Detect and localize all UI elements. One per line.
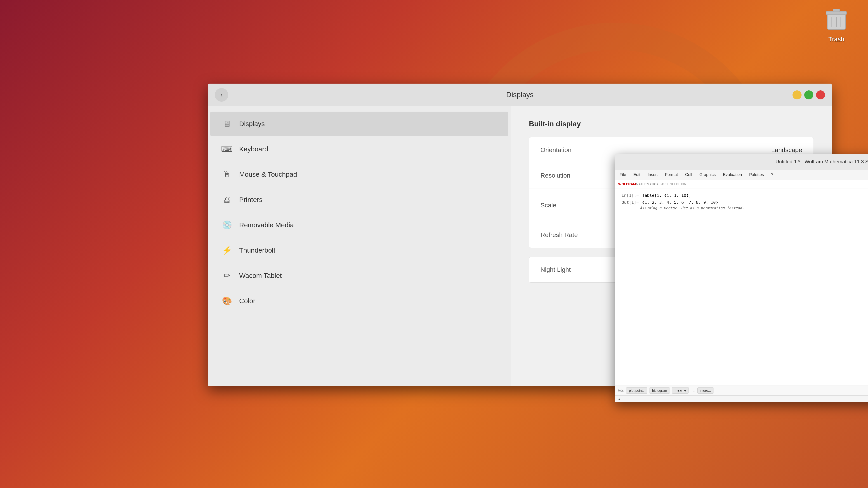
sidebar-item-thunderbolt[interactable]: ⚡ Thunderbolt [210, 238, 508, 263]
maximize-button[interactable] [804, 90, 813, 99]
math-menubar: File Edit Insert Format Cell Graphics Ev… [615, 170, 868, 180]
svg-rect-2 [833, 9, 840, 12]
math-output-row: Out[1]= {1, 2, 3, 4, 5, 6, 7, 8, 9, 10} [622, 200, 868, 205]
orientation-label: Orientation [540, 147, 571, 154]
sidebar-label-printers: Printers [239, 196, 262, 203]
sidebar: 🖥 Displays ⌨ Keyboard 🖱 Mouse & Touchpad… [208, 106, 511, 386]
sidebar-label-displays: Displays [239, 120, 265, 128]
settings-window-title: Displays [506, 91, 534, 99]
math-scroll-indicator: ◂ [618, 397, 620, 401]
scale-label: Scale [540, 202, 556, 209]
trash-label: Trash [829, 36, 844, 43]
toolbar-label: total [618, 389, 624, 392]
math-content-area: In[1]:= Table[i, {i, 1, 10}] Out[1]= {1,… [615, 188, 868, 385]
printers-icon: 🖨 [221, 194, 232, 205]
sidebar-item-printers[interactable]: 🖨 Printers [210, 188, 508, 212]
sidebar-item-mouse[interactable]: 🖱 Mouse & Touchpad [210, 162, 508, 187]
math-subtitle-bar: WOLFRAM MATHEMATICA STUDENT EDITION Demo… [615, 180, 868, 188]
back-button[interactable]: ‹ [215, 88, 228, 102]
wacom-icon: ✏ [221, 270, 232, 281]
removable-icon: 💿 [221, 220, 232, 230]
orientation-value: Landscape [771, 147, 802, 154]
sidebar-item-color[interactable]: 🎨 Color [210, 289, 508, 313]
window-controls [793, 90, 825, 99]
output-value: {1, 2, 3, 4, 5, 6, 7, 8, 9, 10} [642, 200, 718, 205]
minimize-button[interactable] [793, 90, 802, 99]
math-bottom-bar: ◂ 100% [615, 395, 868, 402]
math-menu-evaluation[interactable]: Evaluation [721, 171, 743, 178]
sidebar-item-wacom[interactable]: ✏ Wacom Tablet [210, 263, 508, 288]
sidebar-label-keyboard: Keyboard [239, 145, 268, 153]
math-menu-file[interactable]: File [618, 171, 627, 178]
settings-titlebar: ‹ Displays [208, 84, 832, 106]
refresh-rate-label: Refresh Rate [540, 231, 578, 238]
input-code[interactable]: Table[i, {i, 1, 10}] [642, 193, 691, 198]
histogram-button[interactable]: histogram [649, 387, 670, 394]
math-menu-insert[interactable]: Insert [646, 171, 659, 178]
sidebar-label-thunderbolt: Thunderbolt [239, 247, 275, 254]
math-menu-help[interactable]: ? [770, 171, 775, 178]
math-titlebar: Untitled-1 * - Wolfram Mathematica 11.3 … [615, 154, 868, 170]
trash-icon-image [823, 4, 850, 34]
trash-icon[interactable]: Trash [823, 4, 850, 43]
more-button[interactable]: more... [698, 387, 714, 394]
math-toolbar: total plot points histogram mean ◂ … mor… [615, 385, 868, 395]
mathematica-logo-text: MATHEMATICA [636, 182, 658, 186]
math-warning: Assuming a vector. Use as a permutation … [640, 206, 868, 210]
section-title: Built-in display [529, 120, 814, 128]
input-prompt: In[1]:= [622, 193, 639, 198]
output-prompt: Out[1]= [622, 200, 639, 205]
resolution-label: Resolution [540, 172, 570, 179]
sidebar-label-color: Color [239, 297, 255, 305]
math-menu-edit[interactable]: Edit [632, 171, 642, 178]
keyboard-icon: ⌨ [221, 144, 232, 155]
night-light-label: Night Light [540, 266, 571, 273]
sidebar-item-displays[interactable]: 🖥 Displays [210, 111, 508, 136]
math-menu-cell[interactable]: Cell [684, 171, 693, 178]
plot-points-button[interactable]: plot points [626, 387, 647, 394]
student-edition-badge: STUDENT EDITION [659, 182, 686, 186]
color-icon: 🎨 [221, 295, 232, 306]
wolfram-logo: WOLFRAM [618, 182, 636, 186]
sidebar-item-keyboard[interactable]: ⌨ Keyboard [210, 137, 508, 161]
math-menu-palettes[interactable]: Palettes [748, 171, 765, 178]
close-button[interactable] [816, 90, 825, 99]
mouse-icon: 🖱 [221, 169, 232, 180]
math-menu-graphics[interactable]: Graphics [698, 171, 717, 178]
math-window-title: Untitled-1 * - Wolfram Mathematica 11.3 … [776, 159, 868, 165]
sidebar-label-removable: Removable Media [239, 221, 294, 229]
math-menu-format[interactable]: Format [664, 171, 679, 178]
math-input-row: In[1]:= Table[i, {i, 1, 10}] [622, 193, 868, 198]
sidebar-label-mouse: Mouse & Touchpad [239, 170, 297, 178]
thunderbolt-icon: ⚡ [221, 245, 232, 256]
mathematica-window: Untitled-1 * - Wolfram Mathematica 11.3 … [615, 154, 868, 402]
toolbar-separator: … [691, 389, 694, 392]
displays-icon: 🖥 [221, 119, 232, 129]
sidebar-label-wacom: Wacom Tablet [239, 272, 282, 280]
mean-button[interactable]: mean ◂ [672, 387, 689, 394]
sidebar-item-removable[interactable]: 💿 Removable Media [210, 213, 508, 237]
